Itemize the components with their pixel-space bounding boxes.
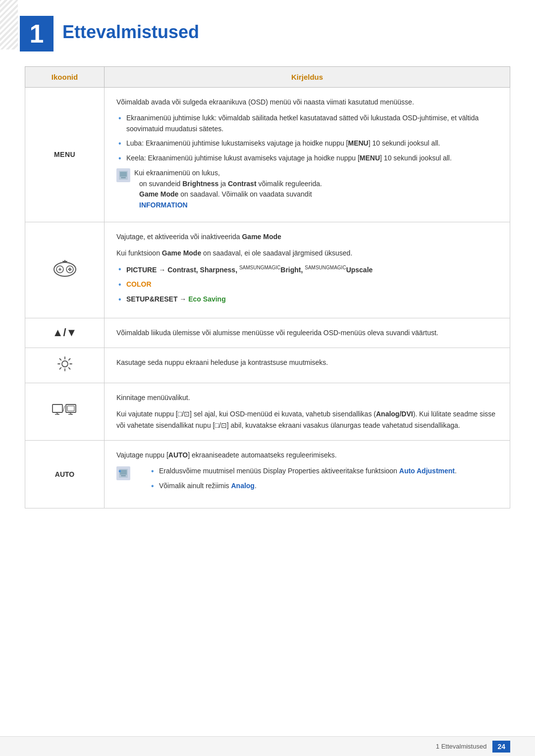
gamepad-bullet-1: PICTURE → Contrast, Sharpness, SAMSUNGMA… xyxy=(116,264,498,275)
svg-point-13 xyxy=(69,269,70,271)
page-footer: 1 Ettevalmistused 24 xyxy=(0,736,535,756)
auto-bullet-wrapper: Eraldusvõime muutmisel menüüs Display Pr… xyxy=(116,466,498,495)
gamepad-bullet-2: COLOR xyxy=(116,279,498,290)
svg-line-22 xyxy=(59,367,61,369)
main-table: Ikoonid Kirjeldus MENU Võimaldab avada v… xyxy=(25,66,510,508)
table-row: ▲/▼ Võimaldab liikuda ülemisse või alumi… xyxy=(25,318,510,348)
svg-line-21 xyxy=(68,358,70,360)
svg-text:/: / xyxy=(63,405,65,413)
menu-icon: MENU xyxy=(54,151,75,158)
table-row: AUTO Vajutage nuppu [AUTO] ekraaniseadet… xyxy=(25,440,510,508)
auto-bullets: Eraldusvõime muutmisel menüüs Display Pr… xyxy=(116,466,498,495)
menu-description: Võimaldab avada või sulgeda ekraanikuva … xyxy=(116,97,498,211)
gamepad-description: Vajutage, et aktiveerida või inaktiveeri… xyxy=(116,231,498,305)
auto-note: Eraldusvõime muutmisel menüüs Display Pr… xyxy=(116,466,498,495)
brightness-description: Kasutage seda nuppu ekraani heleduse ja … xyxy=(116,357,498,368)
auto-icon: AUTO xyxy=(55,470,74,478)
auto-sub-bullets: Eraldusvõime muutmisel menüüs Display Pr… xyxy=(134,466,457,495)
svg-point-3 xyxy=(54,262,76,276)
gamepad-info: Kui funktsioon Game Mode on saadaval, ei… xyxy=(116,248,498,259)
gamepad-bullets: PICTURE → Contrast, Sharpness, SAMSUNGMA… xyxy=(116,264,498,305)
icon-cell-monitor: / xyxy=(25,383,105,440)
svg-rect-33 xyxy=(121,475,126,476)
auto-sub-bullet-2: Võimalik ainult režiimis Analog. xyxy=(149,481,457,492)
footer-chapter-label: 1 Ettevalmistused xyxy=(436,743,487,750)
monitor-detail: Kui vajutate nuppu [□/⊡] sel ajal, kui O… xyxy=(116,408,498,431)
gamepad-intro: Vajutage, et aktiveerida või inaktiveeri… xyxy=(116,231,498,243)
arrows-description: Võimaldab liikuda ülemisse või alumisse … xyxy=(116,327,498,339)
chapter-title: Ettevalmistused xyxy=(62,14,199,43)
description-cell-brightness: Kasutage seda nuppu ekraani heleduse ja … xyxy=(105,348,510,383)
menu-note: Kui ekraanimenüü on lukus, on suvandeid … xyxy=(116,168,498,211)
icon-cell-arrows: ▲/▼ xyxy=(25,318,105,348)
auto-intro: Vajutage nuppu [AUTO] ekraaniseadete aut… xyxy=(116,450,498,461)
brightness-intro: Kasutage seda nuppu ekraani heleduse ja … xyxy=(116,357,498,368)
monitor-icon: / xyxy=(52,409,78,420)
col-header-kirjeldus: Kirjeldus xyxy=(105,67,510,88)
menu-bullet-3: Keela: Ekraanimenüü juhtimise lukust ava… xyxy=(116,153,498,164)
icon-cell-menu: MENU xyxy=(25,88,105,222)
svg-rect-32 xyxy=(120,470,127,475)
svg-rect-28 xyxy=(67,406,74,411)
description-cell-monitor: Kinnitage menüüvalikut. Kui vajutate nup… xyxy=(105,383,510,440)
table-row: MENU Võimaldab avada või sulgeda ekraani… xyxy=(25,88,510,222)
menu-note-content: Kui ekraanimenüü on lukus, on suvandeid … xyxy=(134,168,322,211)
table-row: / Kinnitage menüüvalikut. Kui vajutate n… xyxy=(25,383,510,440)
description-cell-menu: Võimaldab avada või sulgeda ekraanikuva … xyxy=(105,88,510,222)
page-header: 1 Ettevalmistused xyxy=(0,0,535,66)
col-header-ikoonid: Ikoonid xyxy=(25,67,105,88)
icon-cell-gamepad xyxy=(25,222,105,318)
svg-point-14 xyxy=(62,361,68,367)
arrows-icon: ▲/▼ xyxy=(53,326,77,339)
auto-sub-bullet-1: Eraldusvõime muutmisel menüüs Display Pr… xyxy=(149,466,457,477)
auto-description: Vajutage nuppu [AUTO] ekraaniseadete aut… xyxy=(116,450,498,495)
arrows-intro: Võimaldab liikuda ülemisse või alumisse … xyxy=(116,327,498,339)
gamepad-bullet-3: SETUP&RESET → Eco Saving xyxy=(116,294,498,305)
chapter-number: 1 xyxy=(20,16,54,51)
menu-intro: Võimaldab avada või sulgeda ekraanikuva … xyxy=(116,97,498,108)
icon-cell-brightness xyxy=(25,348,105,383)
menu-bullet-1: Ekraanimenüü juhtimise lukk: võimaldab s… xyxy=(116,113,498,134)
monitor-intro: Kinnitage menüüvalikut. xyxy=(116,392,498,403)
svg-rect-2 xyxy=(121,177,126,178)
description-cell-auto: Vajutage nuppu [AUTO] ekraaniseadete aut… xyxy=(105,440,510,508)
note-icon-menu xyxy=(116,168,130,182)
svg-line-20 xyxy=(68,367,70,369)
svg-point-12 xyxy=(69,267,70,269)
brightness-icon xyxy=(57,361,73,374)
svg-point-5 xyxy=(66,266,73,273)
gamepad-icon xyxy=(53,264,77,280)
monitor-description: Kinnitage menüüvalikut. Kui vajutate nup… xyxy=(116,392,498,431)
table-row: Kasutage seda nuppu ekraani heleduse ja … xyxy=(25,348,510,383)
svg-line-19 xyxy=(59,358,61,360)
table-row: Vajutage, et aktiveerida või inaktiveeri… xyxy=(25,222,510,318)
svg-rect-1 xyxy=(120,172,127,177)
stripe-decoration xyxy=(0,0,18,50)
note-icon-auto xyxy=(116,466,130,480)
footer-page-number: 24 xyxy=(492,741,510,753)
svg-rect-23 xyxy=(53,404,62,412)
menu-bullet-2: Luba: Ekraanimenüü juhtimise lukustamise… xyxy=(116,138,498,149)
description-cell-arrows: Võimaldab liikuda ülemisse või alumisse … xyxy=(105,318,510,348)
menu-bullets: Ekraanimenüü juhtimise lukk: võimaldab s… xyxy=(116,113,498,164)
icon-cell-auto: AUTO xyxy=(25,440,105,508)
description-cell-gamepad: Vajutage, et aktiveerida või inaktiveeri… xyxy=(105,222,510,318)
